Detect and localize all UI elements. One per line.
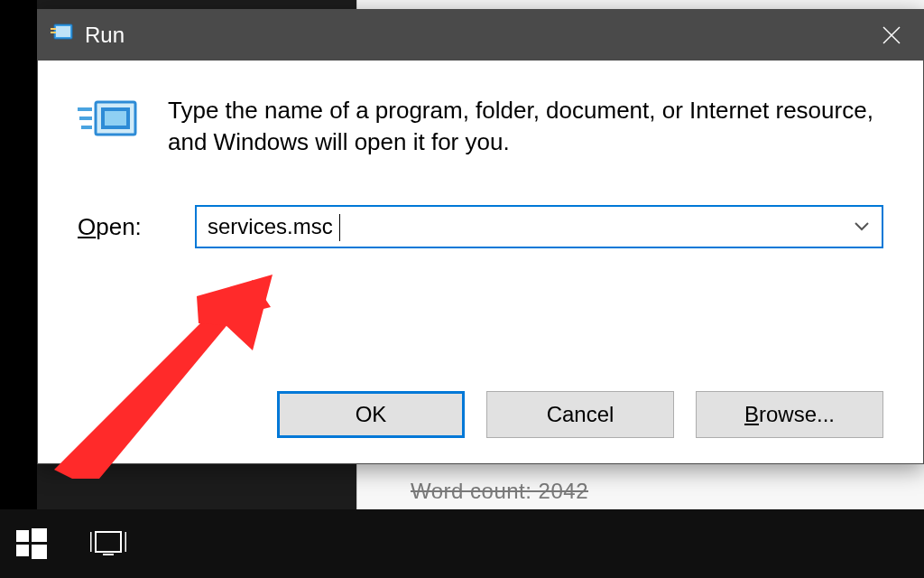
- svg-rect-11: [81, 126, 92, 129]
- dialog-body: Type the name of a program, folder, docu…: [38, 61, 923, 463]
- svg-rect-17: [32, 545, 47, 559]
- open-input[interactable]: [197, 214, 842, 239]
- svg-rect-16: [16, 545, 29, 556]
- windows-start-icon: [16, 528, 47, 559]
- svg-rect-8: [105, 111, 126, 126]
- close-icon: [882, 25, 901, 45]
- browse-button[interactable]: Browse...: [696, 391, 883, 438]
- text-caret: [339, 214, 340, 241]
- svg-rect-15: [32, 528, 47, 542]
- dialog-description: Type the name of a program, folder, docu…: [168, 95, 883, 158]
- combobox-dropdown-button[interactable]: [842, 221, 882, 232]
- cancel-button[interactable]: Cancel: [486, 391, 674, 438]
- open-combobox[interactable]: [195, 205, 883, 248]
- dialog-title: Run: [85, 23, 125, 48]
- run-dialog: Run Type the name of a program, folder, …: [37, 9, 924, 464]
- svg-rect-1: [56, 26, 70, 37]
- task-view-button[interactable]: [90, 528, 126, 559]
- taskbar[interactable]: [0, 509, 924, 578]
- background-wordcount-text: Word count: 2042: [411, 479, 588, 504]
- run-large-icon: [78, 97, 141, 151]
- svg-rect-18: [96, 532, 121, 552]
- open-label: Open:: [78, 213, 195, 241]
- start-button[interactable]: [16, 528, 47, 559]
- svg-rect-21: [103, 554, 114, 555]
- ok-button[interactable]: OK: [277, 391, 465, 438]
- svg-rect-10: [79, 117, 92, 120]
- svg-rect-2: [51, 28, 56, 30]
- svg-rect-9: [78, 107, 92, 111]
- svg-rect-3: [51, 32, 56, 33]
- svg-rect-14: [16, 530, 29, 542]
- chevron-down-icon: [854, 221, 870, 232]
- task-view-icon: [90, 528, 126, 559]
- desktop-black-strip: [0, 0, 37, 509]
- titlebar[interactable]: Run: [38, 10, 923, 61]
- run-title-icon: [51, 23, 74, 48]
- close-button[interactable]: [860, 10, 923, 61]
- button-row: OK Cancel Browse...: [78, 391, 883, 438]
